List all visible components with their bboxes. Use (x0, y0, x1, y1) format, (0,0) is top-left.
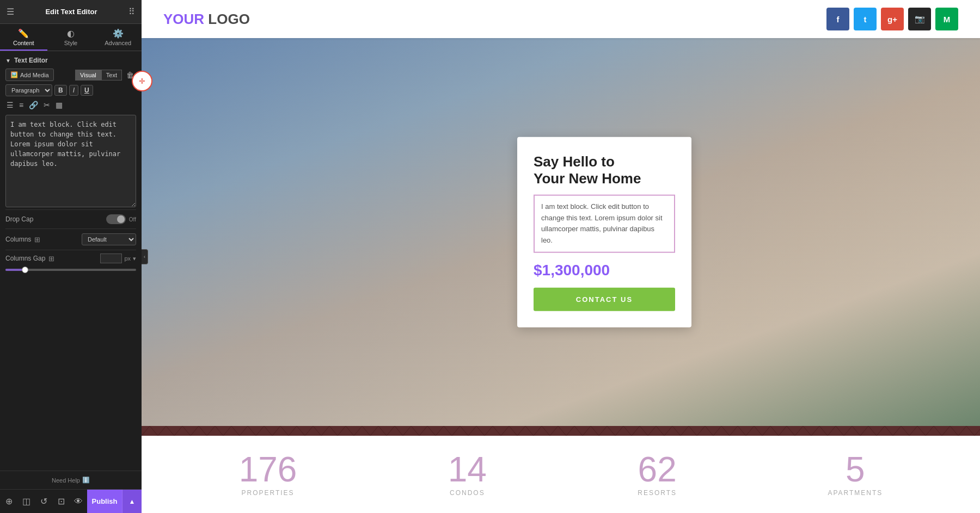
add-media-icon: 🖼️ (10, 71, 18, 78)
text-editor-section-header[interactable]: ▼ Text Editor (5, 57, 136, 64)
underline-button[interactable]: U (81, 85, 93, 96)
stats-section: 176 PROPERTIES 14 CONDOS 62 RESORTS 5 AP… (142, 436, 980, 513)
eye-icon-btn[interactable]: 👁 (70, 490, 87, 513)
gap-input-wrap: px ▾ (100, 254, 136, 263)
mailchimp-icon[interactable]: M (935, 8, 958, 30)
help-icon: ℹ️ (82, 477, 90, 484)
publish-expand-button[interactable]: ▲ (122, 490, 142, 513)
property-card: Say Hello to Your New Home I am text blo… (517, 137, 691, 327)
twitter-icon[interactable]: t (854, 8, 877, 30)
contact-us-button[interactable]: CONTACT US (534, 288, 675, 311)
card-text-block: I am text block. Click edit button to ch… (534, 195, 675, 253)
table-button[interactable]: ▦ (54, 100, 64, 110)
stack-icon-btn[interactable]: ◫ (17, 490, 35, 513)
section-arrow: ▼ (5, 58, 11, 64)
text-btn[interactable]: Text (101, 70, 122, 81)
left-panel: ☰ Edit Text Editor ⠿ ✏️ Content ◐ Style … (0, 0, 142, 513)
tab-advanced[interactable]: ⚙️ Advanced (94, 24, 142, 51)
stat-condos: 14 CONDOS (448, 452, 487, 497)
stat-resorts-label: RESORTS (638, 489, 677, 497)
columns-gap-label-wrap: Columns Gap ⊞ (5, 255, 54, 263)
stat-properties-number: 176 (239, 452, 297, 487)
hero-section: Say Hello to Your New Home I am text blo… (142, 38, 980, 426)
style-icon: ◐ (67, 28, 75, 39)
toggle-track[interactable] (106, 214, 126, 224)
card-body-text: I am text block. Click edit button to ch… (541, 202, 663, 244)
visual-text-toggle: Visual Text (75, 70, 122, 81)
content-icon: ✏️ (18, 28, 29, 39)
card-title: Say Hello to Your New Home (534, 153, 675, 187)
gap-number-input[interactable] (100, 254, 122, 263)
publish-button[interactable]: Publish (87, 490, 122, 513)
editor-toolbar-row1: 🖼️ Add Media Visual Text 🗑 (5, 69, 136, 81)
drop-cap-toggle[interactable]: Off (106, 214, 136, 224)
panel-collapse-button[interactable]: ‹ (142, 249, 148, 264)
gap-unit: px (124, 255, 131, 262)
facebook-icon[interactable]: f (826, 8, 849, 30)
ordered-list-button[interactable]: ≡ (18, 100, 24, 110)
columns-gap-row: Columns Gap ⊞ px ▾ (5, 250, 136, 267)
zigzag-svg (142, 426, 980, 436)
slider-track[interactable] (5, 269, 136, 271)
text-editor-textarea[interactable] (5, 115, 136, 207)
logo-your: YOUR (163, 11, 208, 27)
panel-footer: ⊕ ◫ ↺ ⊡ 👁 Publish ▲ (0, 489, 142, 513)
drop-cap-label: Drop Cap (5, 215, 33, 223)
stat-properties: 176 PROPERTIES (239, 452, 297, 497)
stat-condos-number: 14 (448, 452, 487, 487)
panel-bottom: Need Help ℹ️ (0, 471, 142, 489)
visual-btn[interactable]: Visual (75, 70, 101, 81)
unlink-button[interactable]: ✂ (42, 100, 51, 110)
toggle-thumb (117, 215, 125, 223)
columns-row: Columns ⊞ Default (5, 228, 136, 250)
stat-resorts: 62 RESORTS (638, 452, 677, 497)
main-area: YOUR LOGO f t g+ 📷 M Say Hello to Your N… (142, 0, 980, 513)
italic-button[interactable]: I (69, 85, 78, 96)
google-plus-icon[interactable]: g+ (881, 8, 904, 30)
logo: YOUR LOGO (163, 11, 250, 28)
grid-icon[interactable]: ⠿ (128, 7, 135, 17)
social-icons: f t g+ 📷 M (826, 8, 958, 30)
drag-handle[interactable]: ✛ (132, 71, 152, 91)
stat-apartments-number: 5 (828, 452, 883, 487)
unordered-list-button[interactable]: ☰ (5, 100, 15, 110)
tab-style[interactable]: ◐ Style (47, 24, 95, 51)
columns-gap-icon: ⊞ (48, 255, 54, 263)
columns-select[interactable]: Default (82, 233, 136, 245)
columns-gap-label: Columns Gap (5, 255, 45, 262)
slider-thumb[interactable] (22, 267, 28, 273)
card-price: $1,300,000 (534, 262, 675, 279)
tab-content[interactable]: ✏️ Content (0, 24, 47, 51)
hamburger-icon[interactable]: ☰ (7, 7, 14, 17)
drop-cap-row: Drop Cap Off (5, 209, 136, 228)
toggle-label: Off (129, 217, 136, 222)
format-select[interactable]: Paragraph (5, 84, 52, 96)
stat-properties-label: PROPERTIES (239, 489, 297, 497)
panel-header: ☰ Edit Text Editor ⠿ (0, 0, 142, 24)
link-button[interactable]: 🔗 (28, 100, 39, 110)
columns-label-wrap: Columns ⊞ (5, 236, 40, 244)
bold-button[interactable]: B (54, 85, 67, 96)
gap-divider: ▾ (133, 255, 136, 262)
stat-resorts-number: 62 (638, 452, 677, 487)
need-help-link[interactable]: Need Help ℹ️ (52, 477, 90, 484)
logo-logo: LOGO (208, 11, 250, 27)
top-nav: YOUR LOGO f t g+ 📷 M (142, 0, 980, 38)
history-icon-btn[interactable]: ↺ (35, 490, 52, 513)
editor-toolbar-row2: Paragraph B I U (5, 84, 136, 96)
columns-label: Columns (5, 236, 31, 243)
editor-toolbar-row3: ☰ ≡ 🔗 ✂ ▦ (5, 100, 136, 110)
crop-icon-btn[interactable]: ⊡ (52, 490, 70, 513)
panel-title: Edit Text Editor (45, 8, 97, 16)
stat-apartments: 5 APARTMENTS (828, 452, 883, 497)
zigzag-divider (142, 426, 980, 436)
add-media-button[interactable]: 🖼️ Add Media (5, 69, 54, 81)
columns-icon: ⊞ (34, 236, 40, 244)
panel-tabs: ✏️ Content ◐ Style ⚙️ Advanced (0, 24, 142, 51)
layers-icon-btn[interactable]: ⊕ (0, 490, 17, 513)
stat-apartments-label: APARTMENTS (828, 489, 883, 497)
instagram-icon[interactable]: 📷 (908, 8, 931, 30)
advanced-icon: ⚙️ (113, 28, 124, 39)
panel-content: ▼ Text Editor 🖼️ Add Media Visual Text 🗑… (0, 51, 142, 471)
stat-condos-label: CONDOS (448, 489, 487, 497)
